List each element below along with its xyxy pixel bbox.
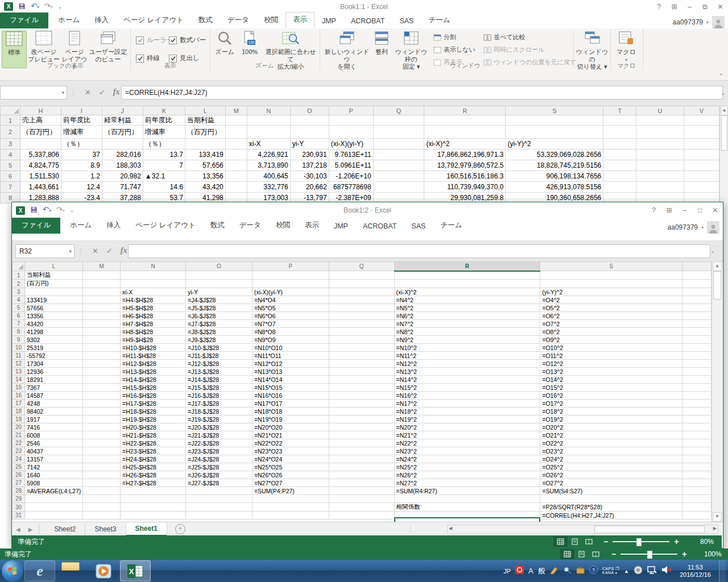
cell[interactable]: 41298 [24, 328, 82, 336]
cell[interactable]: =N19^2 [394, 415, 540, 423]
cell[interactable]: （％） [143, 139, 185, 149]
cell[interactable] [329, 368, 394, 376]
cell[interactable]: =H7-$H$28 [121, 320, 186, 328]
cell[interactable]: =H5-$H$28 [121, 304, 186, 312]
column-header[interactable]: L [24, 262, 82, 271]
cell[interactable] [24, 503, 82, 512]
scroll-right-icon[interactable]: ▶ [713, 526, 717, 531]
cell[interactable] [24, 512, 82, 519]
cell[interactable]: 160,516,516,186.3 [424, 171, 506, 182]
cell[interactable]: =N26^2 [394, 471, 540, 479]
cell[interactable] [83, 479, 121, 487]
cell[interactable] [185, 139, 225, 149]
cell[interactable]: =N8^2 [394, 328, 540, 336]
account-chip[interactable]: aa097379 ▾ [668, 221, 723, 234]
cell[interactable] [682, 471, 712, 479]
undo-icon[interactable]: ↶▾ [43, 206, 51, 215]
tray-dictionary-icon[interactable] [563, 566, 572, 576]
row-header[interactable]: 4 [13, 296, 25, 304]
zoom-track[interactable] [613, 541, 669, 542]
cell[interactable] [373, 182, 424, 193]
cell[interactable]: =O18^2 [540, 408, 682, 415]
start-button[interactable] [2, 560, 23, 582]
undo-icon[interactable]: ↶▾ [31, 2, 39, 11]
row-header[interactable]: 26 [13, 471, 25, 479]
cell[interactable] [636, 149, 684, 160]
cell[interactable]: =N18^2 [394, 408, 540, 415]
row-header[interactable]: 2 [1, 126, 20, 139]
cell[interactable]: =N14*O14 [252, 376, 329, 384]
cell[interactable] [329, 376, 394, 384]
cell[interactable]: 1,443,661 [20, 182, 61, 193]
cell[interactable] [83, 512, 121, 519]
cell[interactable] [394, 271, 540, 280]
cell[interactable] [373, 126, 424, 139]
cell[interactable]: =N12*O12 [252, 360, 329, 368]
cell[interactable]: （百万円） [185, 126, 225, 139]
cancel-icon[interactable]: ✕ [85, 88, 91, 97]
sheet-nav-right-icon[interactable]: ▶ [24, 526, 37, 533]
cell[interactable] [682, 415, 712, 423]
cell[interactable]: =N6^2 [394, 312, 540, 320]
select-all-corner[interactable] [13, 262, 25, 271]
cell[interactable]: =N17^2 [394, 400, 540, 408]
cell[interactable]: 当期利益 [24, 271, 82, 280]
cell[interactable]: =N6*O6 [252, 312, 329, 320]
tray-network-icon[interactable] [647, 566, 657, 576]
cell[interactable]: =SUM(R4:R27) [394, 487, 540, 495]
scroll-down-icon[interactable]: ▼ [713, 512, 722, 522]
cell[interactable] [102, 139, 143, 149]
ribbon-tab[interactable]: ホーム [63, 218, 99, 234]
tray-antivirus-icon[interactable] [515, 566, 524, 576]
row-header[interactable]: 20 [13, 423, 25, 431]
cell[interactable] [329, 115, 373, 126]
cell[interactable]: 17,866,862,196,971.3 [424, 149, 506, 160]
cell[interactable]: =O19^2 [540, 415, 682, 423]
cell[interactable] [540, 280, 682, 288]
tab-file[interactable]: ファイル [0, 13, 48, 28]
cell[interactable] [682, 423, 712, 431]
zoom-percentage[interactable]: 100% [704, 550, 722, 558]
cell[interactable] [329, 392, 394, 400]
sheet-tab[interactable]: Sheet3 [85, 523, 126, 535]
cell[interactable] [329, 288, 394, 296]
cell[interactable]: 3,713,890 [247, 160, 290, 171]
cell[interactable] [682, 384, 712, 392]
taskbar-excel[interactable]: X [120, 560, 151, 581]
cell[interactable] [329, 126, 373, 139]
cell[interactable] [329, 463, 394, 471]
cell[interactable]: =O26^2 [540, 471, 682, 479]
cell[interactable]: 57,656 [185, 160, 225, 171]
tab-file[interactable]: ファイル [12, 218, 60, 234]
cell[interactable] [83, 495, 121, 503]
cell[interactable]: =J4-$J$28 [186, 296, 253, 304]
cell[interactable] [684, 139, 719, 149]
cell[interactable]: 7 [143, 160, 185, 171]
column-header[interactable]: H [20, 106, 61, 115]
cell[interactable]: 282,016 [102, 149, 143, 160]
cell[interactable]: 25319 [24, 344, 82, 352]
column-header[interactable]: O [290, 106, 329, 115]
cell[interactable]: =AVERAGE(L4:L27) [24, 487, 82, 495]
row-header[interactable]: 4 [1, 149, 20, 160]
cell[interactable]: =O7^2 [540, 320, 682, 328]
ribbon-tab[interactable]: チーム [421, 13, 457, 28]
cell[interactable]: =H17-$H$28 [121, 400, 186, 408]
cell[interactable] [83, 471, 121, 479]
cell[interactable]: 43420 [24, 320, 82, 328]
cell[interactable]: 前年度比 [61, 115, 102, 126]
column-header[interactable]: M [225, 106, 247, 115]
cell[interactable]: =H16-$H$28 [121, 392, 186, 400]
cell[interactable] [83, 503, 121, 512]
save-icon[interactable]: 💾︎ [18, 3, 26, 11]
cell[interactable] [682, 328, 712, 336]
cell[interactable]: =J11-$J$28 [186, 352, 253, 360]
cell[interactable] [329, 271, 394, 280]
cell[interactable]: =O12^2 [540, 360, 682, 368]
ribbon-tab[interactable]: 数式 [191, 13, 220, 28]
tray-toolbox-icon[interactable] [576, 566, 585, 576]
scrollbar-thumb[interactable] [713, 271, 721, 300]
checkbox-headings[interactable]: 見出し [169, 54, 200, 63]
cell[interactable]: 14.6 [143, 182, 185, 193]
cell[interactable]: 6875778698 [329, 182, 373, 193]
